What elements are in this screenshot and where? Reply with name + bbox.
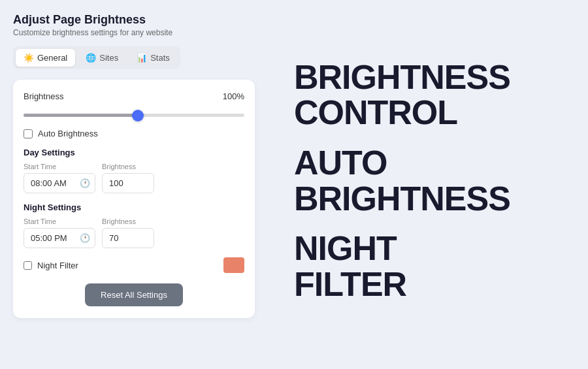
day-start-time-input[interactable] xyxy=(24,173,95,193)
day-settings-fields: Start Time 🕐 Brightness xyxy=(24,163,244,193)
night-settings-fields: Start Time 🕐 Brightness xyxy=(24,217,244,248)
night-filter-left: Night Filter xyxy=(24,261,78,270)
promo-line-3: AUTO xyxy=(294,145,562,181)
sun-icon: ☀️ xyxy=(24,53,34,63)
promo-line-2: CONTROL xyxy=(294,95,562,131)
globe-icon: 🌐 xyxy=(86,53,96,63)
brightness-header: Brightness 100% xyxy=(24,91,244,101)
settings-card: Brightness 100% Auto Brightness Day Sett… xyxy=(13,80,255,318)
day-brightness-input[interactable] xyxy=(102,173,154,193)
reset-button[interactable]: Reset All Settings xyxy=(85,283,183,306)
promo-line-6: FILTER xyxy=(294,266,562,302)
day-start-time-group: Start Time 🕐 xyxy=(24,163,95,193)
night-filter-checkbox[interactable] xyxy=(24,261,32,270)
brightness-slider[interactable] xyxy=(24,114,244,117)
auto-brightness-label: Auto Brightness xyxy=(38,129,98,138)
day-settings-header: Day Settings xyxy=(24,148,244,157)
night-start-time-group: Start Time 🕐 xyxy=(24,217,95,248)
day-start-time-wrapper: 🕐 xyxy=(24,173,95,193)
promo-auto-brightness: AUTO BRIGHTNESS xyxy=(294,145,562,216)
night-brightness-label: Brightness xyxy=(102,217,154,225)
tab-general[interactable]: ☀️ General xyxy=(16,49,75,67)
day-brightness-label: Brightness xyxy=(102,163,154,170)
left-panel: Adjust Page Brightness Customize brightn… xyxy=(0,0,268,369)
app-subtitle: Customize brightness settings for any we… xyxy=(13,28,255,37)
night-filter-color-swatch[interactable] xyxy=(223,257,244,273)
night-start-time-wrapper: 🕐 xyxy=(24,228,95,248)
app-title: Adjust Page Brightness xyxy=(13,13,255,27)
chart-icon: 📊 xyxy=(137,53,147,63)
night-filter-row: Night Filter xyxy=(24,257,244,273)
tab-sites[interactable]: 🌐 Sites xyxy=(78,49,126,67)
night-brightness-group: Brightness xyxy=(102,217,154,248)
day-start-time-label: Start Time xyxy=(24,163,95,170)
promo-brightness-control: BRIGHTNESS CONTROL xyxy=(294,59,562,131)
night-filter-label: Night Filter xyxy=(37,261,78,270)
slider-container xyxy=(24,108,244,120)
night-brightness-input[interactable] xyxy=(102,228,154,248)
auto-brightness-checkbox[interactable] xyxy=(24,129,33,138)
auto-brightness-row: Auto Brightness xyxy=(24,129,244,138)
promo-line-1: BRIGHTNESS xyxy=(294,59,562,95)
right-panel: BRIGHTNESS CONTROL AUTO BRIGHTNESS NIGHT… xyxy=(268,0,588,369)
promo-night-filter: NIGHT FILTER xyxy=(294,231,562,302)
brightness-display: 100% xyxy=(223,91,244,101)
day-brightness-group: Brightness xyxy=(102,163,154,193)
tab-stats[interactable]: 📊 Stats xyxy=(129,49,178,67)
brightness-label: Brightness xyxy=(24,91,63,101)
tabs-container: ☀️ General 🌐 Sites 📊 Stats xyxy=(13,46,180,69)
promo-line-4: BRIGHTNESS xyxy=(294,181,562,217)
promo-line-5: NIGHT xyxy=(294,231,562,266)
night-settings-header: Night Settings xyxy=(24,202,244,212)
night-start-time-input[interactable] xyxy=(24,228,95,248)
night-start-time-label: Start Time xyxy=(24,217,95,225)
